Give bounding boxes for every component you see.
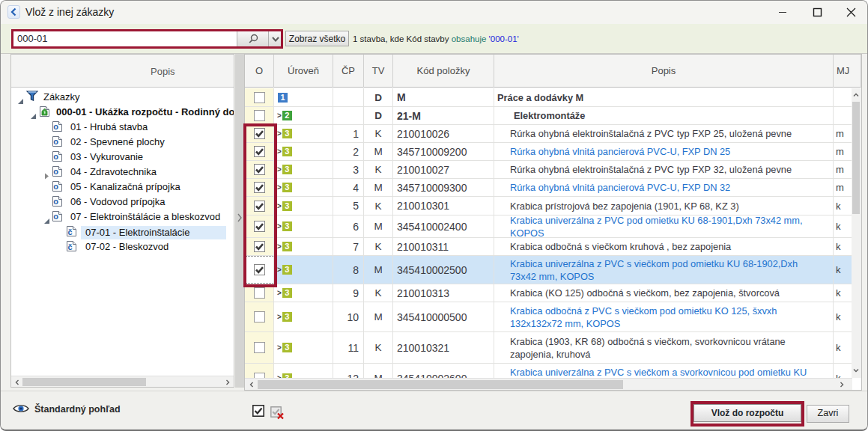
svg-text:č: č [67, 227, 72, 236]
svg-text:o: o [53, 152, 58, 161]
svg-text:o: o [53, 197, 58, 206]
svg-text:o: o [53, 137, 58, 146]
svg-text:o: o [53, 182, 58, 191]
svg-text:o: o [53, 122, 58, 131]
svg-text:o: o [53, 167, 58, 176]
svg-text:č: č [67, 242, 72, 251]
svg-text:o: o [53, 212, 58, 221]
